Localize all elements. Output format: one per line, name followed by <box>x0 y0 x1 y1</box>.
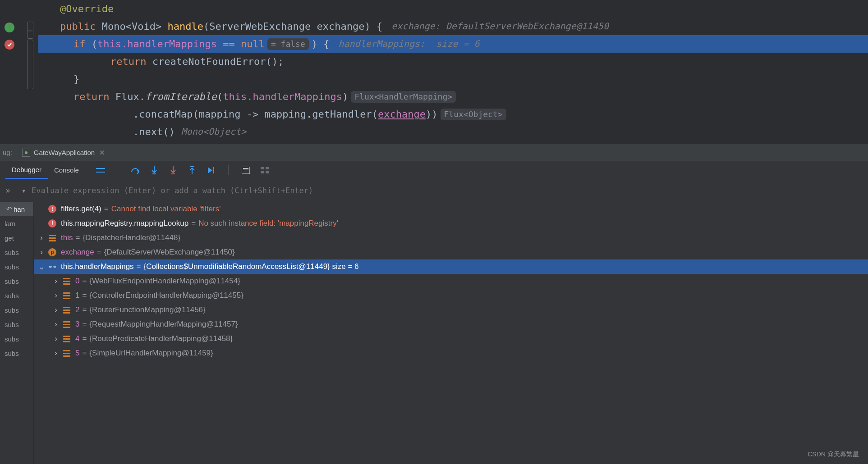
impl-method-icon[interactable] <box>5 23 14 32</box>
variable-row[interactable]: !this.mappingRegistry.mappingLookup = No… <box>34 216 868 231</box>
chevron-right-icon[interactable]: › <box>37 248 46 256</box>
frame-item[interactable]: subs <box>0 288 33 303</box>
close-tab-icon[interactable]: ✕ <box>99 149 105 157</box>
field-icon <box>63 349 71 357</box>
variable-row[interactable]: ›4 = {RoutePredicateHandlerMapping@11458… <box>34 332 868 346</box>
frame-item[interactable]: subs <box>0 332 33 346</box>
variable-row[interactable]: ⌄👓this.handlerMappings = {Collections$Un… <box>34 259 868 274</box>
svg-rect-2 <box>152 173 156 174</box>
svg-rect-3 <box>171 173 175 174</box>
frame-item[interactable]: subs <box>0 346 33 360</box>
chevron-right-icon[interactable]: › <box>37 234 46 242</box>
frame-label: subs <box>5 306 19 314</box>
fold-region-icon[interactable]: — <box>27 22 33 39</box>
chevron-right-icon[interactable]: › <box>52 277 60 285</box>
paren: )) <box>426 105 438 123</box>
class-ref: Flux <box>115 88 139 105</box>
frame-item[interactable]: get <box>0 231 33 245</box>
svg-rect-6 <box>242 167 250 174</box>
frame-label: subs <box>5 249 19 256</box>
equals-sign: = <box>82 349 87 358</box>
annotation: @Override <box>60 0 114 18</box>
code-line-current: if ( this .handlerMappings == null = fal… <box>38 35 868 53</box>
this-ref: this <box>223 88 247 105</box>
frame-item[interactable]: subs <box>0 274 33 288</box>
code-editor[interactable]: — @Override public Mono<Void> handle (Se… <box>0 0 868 144</box>
tab-debugger[interactable]: Debugger <box>5 161 48 179</box>
field-icon <box>48 234 56 242</box>
chevron-right-icon[interactable]: › <box>52 335 60 343</box>
undo-icon[interactable]: ↶ <box>5 205 14 213</box>
dot: . <box>139 88 145 105</box>
variable-row[interactable]: ›pexchange = {DefaultServerWebExchange@1… <box>34 245 868 259</box>
tab-console[interactable]: Console <box>48 161 85 179</box>
variable-row[interactable]: ›3 = {RequestMappingHandlerMapping@11457… <box>34 317 868 332</box>
frame-item[interactable]: ↶han <box>0 202 33 216</box>
variable-row[interactable]: ›1 = {ControllerEndpointHandlerMapping@1… <box>34 288 868 303</box>
field-icon <box>63 306 71 314</box>
parameter-icon: p <box>48 248 56 256</box>
threads-icon[interactable] <box>96 166 105 175</box>
variable-row[interactable]: ›5 = {SimpleUrlHandlerMapping@11459} <box>34 346 868 360</box>
variables-panel[interactable]: !filters.get(4) = Cannot find local vari… <box>34 202 868 464</box>
frame-item[interactable]: subs <box>0 303 33 317</box>
equals-sign: = <box>82 291 87 300</box>
variable-value: {DefaultServerWebExchange@11450} <box>104 248 235 257</box>
watch-input-strip: » ▾ <box>0 179 868 202</box>
svg-rect-1 <box>96 172 105 173</box>
run-config-title[interactable]: GateWayApplication <box>34 149 95 156</box>
dropdown-icon[interactable]: ▾ <box>21 186 26 195</box>
equals-sign: = <box>97 248 101 257</box>
svg-rect-5 <box>213 167 214 173</box>
variable-name: filters.get(4) <box>61 205 101 214</box>
variable-name: 3 <box>75 320 79 329</box>
code-line: @Override <box>38 0 868 18</box>
variable-row[interactable]: ›this = {DispatcherHandler@11448} <box>34 231 868 245</box>
code-line: return createNotFoundError(); <box>38 53 868 70</box>
chevron-right-icon[interactable]: › <box>52 320 60 328</box>
param-link[interactable]: exchange <box>378 105 426 123</box>
frame-item[interactable]: subs <box>0 245 33 259</box>
code-line: } <box>38 70 868 88</box>
svg-rect-8 <box>261 167 264 169</box>
chevron-right-icon[interactable]: › <box>52 306 60 314</box>
chevron-right-icon[interactable]: › <box>52 349 60 357</box>
frame-label: han <box>14 205 25 213</box>
brace: ) { <box>312 35 330 53</box>
variable-row[interactable]: !filters.get(4) = Cannot find local vari… <box>34 202 868 216</box>
evaluate-expression-input[interactable] <box>32 186 868 195</box>
step-out-icon[interactable] <box>188 166 197 175</box>
force-step-into-icon[interactable] <box>169 166 178 175</box>
equals-sign: = <box>82 277 87 286</box>
equals-sign: = <box>104 205 109 214</box>
variable-value: {WebFluxEndpointHandlerMapping@11454} <box>89 277 240 286</box>
frame-item[interactable]: subs <box>0 317 33 332</box>
fold-region-icon[interactable] <box>27 40 33 89</box>
equals-sign: = <box>82 320 87 329</box>
variable-row[interactable]: ›2 = {RouterFunctionMapping@11456} <box>34 303 868 317</box>
more-icon[interactable]: » <box>5 186 10 195</box>
chevron-right-icon[interactable]: › <box>52 291 60 300</box>
watch-icon: 👓 <box>48 263 56 271</box>
code-line: return Flux . fromIterable ( this .handl… <box>38 88 868 105</box>
evaluate-expression-icon[interactable] <box>241 166 250 175</box>
separator <box>118 165 118 175</box>
run-to-cursor-icon[interactable] <box>207 166 216 175</box>
variable-value: No such instance field: 'mappingRegistry… <box>198 219 338 228</box>
breakpoint-icon[interactable] <box>5 40 14 50</box>
keyword: return <box>110 53 146 70</box>
inline-value-badge: = false <box>267 38 309 50</box>
method-name: handle <box>167 18 203 35</box>
step-into-icon[interactable] <box>150 166 159 175</box>
run-config-icon <box>22 149 30 157</box>
frame-item[interactable]: subs <box>0 259 33 274</box>
frames-panel[interactable]: ↶hanlamgetsubssubssubssubssubssubssubssu… <box>0 202 34 464</box>
trace-current-stream-icon[interactable] <box>260 166 269 175</box>
code-area[interactable]: @Override public Mono<Void> handle (Serv… <box>38 0 868 141</box>
step-over-icon[interactable] <box>131 166 140 175</box>
variable-name: 4 <box>75 334 79 343</box>
keyword: public <box>60 18 96 35</box>
variable-row[interactable]: ›0 = {WebFluxEndpointHandlerMapping@1145… <box>34 274 868 288</box>
chevron-down-icon[interactable]: ⌄ <box>37 263 46 271</box>
frame-item[interactable]: lam <box>0 216 33 231</box>
